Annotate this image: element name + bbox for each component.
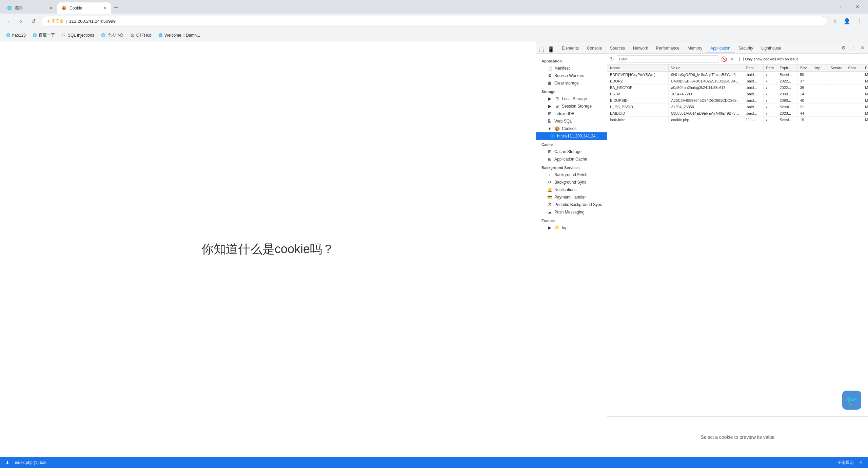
- devtools-tab-bar: ⬚ 📱 Elements Console Sources Network Per…: [536, 41, 868, 54]
- only-issues-checkbox[interactable]: [739, 57, 744, 61]
- tab-sources[interactable]: Sources: [606, 44, 629, 53]
- bookmark-ctfhub[interactable]: 🏠 CTFHub: [127, 31, 154, 39]
- table-cell: Sessi...: [777, 72, 797, 78]
- table-cell: BDORZ: [607, 78, 668, 85]
- bookmark-sqli[interactable]: 🛡 SQL Injections: [58, 31, 97, 39]
- col-header-size: Size: [797, 64, 811, 72]
- table-row[interactable]: BDRCVFR[4CxyPtnY5Wm]9NHuKgO2D6_lv-8uAqLT…: [607, 72, 868, 78]
- table-cell: [828, 72, 845, 78]
- sidebar-payment-handler[interactable]: 💳 Payment Handler: [536, 193, 607, 201]
- filter-input[interactable]: [617, 55, 718, 63]
- payment-handler-icon: 💳: [547, 195, 552, 200]
- back-button[interactable]: ‹: [4, 17, 14, 26]
- tab-cookie[interactable]: 🍪 Cookie ✕: [57, 2, 111, 14]
- maximize-button[interactable]: □: [834, 1, 850, 12]
- sidebar-push-messaging[interactable]: ☁ Push Messaging: [536, 208, 607, 216]
- floating-bird-icon[interactable]: 🐦: [842, 391, 861, 410]
- section-title-cache: Cache: [536, 140, 607, 148]
- table-row[interactable]: BIDUPSIDA20C3A48899645D54D6C801CDD269...…: [607, 97, 868, 104]
- close-button[interactable]: ✕: [850, 1, 865, 12]
- tab1-close[interactable]: ✕: [49, 5, 53, 11]
- bookmark-welcome[interactable]: 🌐 Welcome :: Damn...: [155, 31, 203, 39]
- settings-button[interactable]: ⚙: [840, 44, 848, 52]
- filter-clear-button[interactable]: 🚫: [721, 56, 727, 62]
- sidebar-session-storage[interactable]: ▶ ⊞ Session Storage: [536, 102, 607, 110]
- bookmark-button[interactable]: ☆: [830, 17, 840, 26]
- payment-handler-label: Payment Handler: [554, 195, 586, 200]
- table-row[interactable]: PSTM1654745689.baid.../2090...14Med...: [607, 91, 868, 97]
- tab-performance[interactable]: Performance: [652, 44, 684, 53]
- table-cell: look-here: [607, 117, 668, 123]
- inspector-button[interactable]: ⬚: [537, 45, 546, 53]
- tab1-favicon: 🌐: [7, 5, 12, 11]
- service-workers-icon: ⚙: [547, 73, 552, 78]
- sidebar-clear-storage[interactable]: 🗑 Clear storage: [536, 79, 607, 87]
- col-header-httponly: Http...: [811, 64, 828, 72]
- bookmark-baidu-label: 百度一下: [39, 32, 55, 38]
- sidebar-indexed-db[interactable]: ⊞ IndexedDB: [536, 110, 607, 117]
- bookmark-hao123[interactable]: 🌐 hao123: [3, 31, 28, 39]
- device-toggle-button[interactable]: 📱: [547, 45, 555, 53]
- sidebar-app-cache[interactable]: ⊞ Application Cache: [536, 155, 607, 163]
- sidebar-manifest[interactable]: 📄 Manifest: [536, 64, 607, 72]
- bookmark-personal[interactable]: 🌐 个人中心: [98, 31, 126, 39]
- forward-button[interactable]: ›: [16, 17, 26, 26]
- table-row[interactable]: BDORZB490B5EBF6F3CD402E515D22BCDA1....ba…: [607, 78, 868, 85]
- bookmark-baidu[interactable]: 🌐 百度一下: [29, 31, 58, 39]
- table-cell: [828, 91, 845, 97]
- tab-console[interactable]: Console: [583, 44, 606, 53]
- table-row[interactable]: BA_HECTORa0a504ah2halag2k241hb38s615.bai…: [607, 85, 868, 91]
- minimize-button[interactable]: —: [818, 1, 834, 12]
- periodic-bg-sync-icon: ⏱: [547, 202, 552, 207]
- table-row[interactable]: BAIDUID5385351A6014ED9EFEA7A49E49B735...…: [607, 110, 868, 117]
- sidebar-bg-fetch[interactable]: ↕ Background Fetch: [536, 171, 607, 179]
- filter-clear-x[interactable]: ✕: [730, 56, 734, 62]
- tab2-close[interactable]: ✕: [103, 5, 107, 11]
- tab-application[interactable]: Application: [706, 44, 734, 53]
- bg-sync-label: Background Sync: [554, 180, 586, 185]
- table-cell: [811, 78, 828, 85]
- table-cell: Med...: [862, 110, 868, 117]
- table-cell: 21: [797, 104, 811, 110]
- table-cell: BA_HECTOR: [607, 85, 668, 91]
- table-row[interactable]: look-herecookie.php111..../Sessi...19Med…: [607, 117, 868, 123]
- show-all-button[interactable]: 全部显示: [837, 460, 854, 466]
- more-button[interactable]: ⋮: [849, 44, 857, 52]
- filter-checkbox-label[interactable]: Only show cookies with an issue: [739, 57, 798, 61]
- sidebar-local-storage[interactable]: ▶ ⊞ Local Storage: [536, 95, 607, 102]
- sidebar-service-workers[interactable]: ⚙ Service Workers: [536, 72, 607, 79]
- bookmark-sqli-icon: 🛡: [61, 33, 66, 38]
- filter-refresh-button[interactable]: ↻: [610, 56, 614, 62]
- sidebar-cookies[interactable]: ▼ 🍪 Cookies: [536, 125, 607, 132]
- table-cell: /: [763, 72, 777, 78]
- tab-security[interactable]: Security: [734, 44, 757, 53]
- table-cell: [811, 104, 828, 110]
- devtools-panel: ⬚ 📱 Elements Console Sources Network Per…: [536, 41, 868, 457]
- profile-button[interactable]: 👤: [842, 17, 852, 26]
- sidebar-cache-storage[interactable]: ⊞ Cache Storage: [536, 148, 607, 155]
- tab-network[interactable]: Network: [629, 44, 652, 53]
- tab-tumu[interactable]: 🌐 题目 ✕: [3, 2, 57, 14]
- devtools-close-button[interactable]: ✕: [859, 44, 867, 52]
- tab-memory[interactable]: Memory: [684, 44, 706, 53]
- tab-elements[interactable]: Elements: [558, 44, 583, 53]
- tab-lighthouse[interactable]: Lighthouse: [757, 44, 785, 53]
- reload-button[interactable]: ↺: [28, 17, 38, 26]
- table-row[interactable]: H_PS_PSSID31254_26350.baid.../Sessi...21…: [607, 104, 868, 110]
- sidebar-cookie-url[interactable]: 🌐 http://111.200.241.244:5099...: [536, 132, 607, 140]
- sidebar-web-sql[interactable]: 🗄 Web SQL: [536, 117, 607, 125]
- menu-button[interactable]: ⋮: [854, 17, 864, 26]
- sidebar-periodic-bg-sync[interactable]: ⏱ Periodic Background Sync: [536, 201, 607, 208]
- bottom-bar: ⬇ index.php (1).bak 全部显示 ✕: [0, 457, 868, 468]
- bookmark-welcome-label: Welcome :: Damn...: [164, 33, 200, 38]
- table-cell: Sessi...: [777, 104, 797, 110]
- url-bar[interactable]: ▲ 不安全 | 111.200.241.244:50999: [41, 16, 827, 27]
- sidebar-notifications[interactable]: 🔔 Notifications: [536, 186, 607, 193]
- local-storage-chevron: ▶: [547, 96, 552, 101]
- sidebar-frames-top[interactable]: ▶ 📁 top: [536, 224, 607, 231]
- table-cell: /: [763, 104, 777, 110]
- bottom-close-button[interactable]: ✕: [859, 460, 863, 465]
- sidebar-bg-sync[interactable]: ↺ Background Sync: [536, 179, 607, 186]
- table-cell: 19: [797, 117, 811, 123]
- new-tab-button[interactable]: +: [111, 3, 121, 12]
